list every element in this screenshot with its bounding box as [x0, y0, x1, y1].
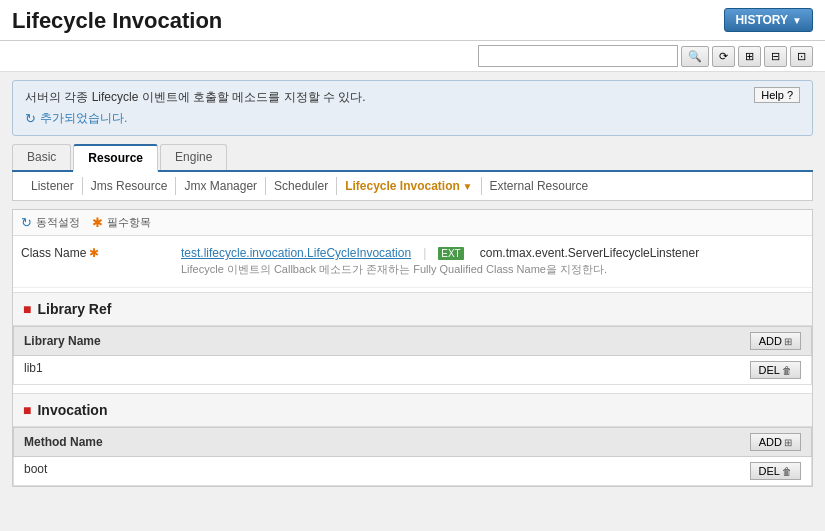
subnav-scheduler[interactable]: Scheduler [266, 177, 337, 195]
class-name-row-values: test.lifecycle.invocation.LifeCycleInvoc… [181, 246, 804, 260]
added-icon: ↻ [25, 111, 36, 126]
invocation-header-row: Method Name ADD ⊞ [14, 428, 812, 457]
library-name-value: lib1 [24, 361, 43, 375]
class-name-value-cell: test.lifecycle.invocation.LifeCycleInvoc… [173, 242, 812, 281]
method-name-cell: boot DEL 🗑 [14, 457, 812, 486]
library-ref-header-row: Library Name ADD ⊞ [14, 327, 812, 356]
search-input[interactable] [478, 45, 678, 67]
page-title: Lifecycle Invocation [12, 8, 222, 34]
class-name-divider: | [423, 246, 426, 260]
collapse-button[interactable]: ⊟ [764, 46, 787, 67]
history-arrow-icon: ▼ [792, 15, 802, 26]
subnav-jmx-manager[interactable]: Jmx Manager [176, 177, 266, 195]
method-name-value: boot [24, 462, 47, 476]
class-name-row: Class Name ✱ test.lifecycle.invocation.L… [13, 236, 812, 288]
invocation-table: Method Name ADD ⊞ boot DEL 🗑 [13, 427, 812, 486]
library-ref-section-header: ■ Library Ref [13, 292, 812, 326]
library-add-button[interactable]: ADD ⊞ [750, 332, 801, 350]
subnav-listener[interactable]: Listener [23, 177, 83, 195]
library-ref-table: Library Name ADD ⊞ lib1 DEL 🗑 [13, 326, 812, 385]
invocation-del-button[interactable]: DEL 🗑 [750, 462, 801, 480]
class-name-required-icon: ✱ [89, 246, 99, 260]
library-ref-title: Library Ref [37, 301, 111, 317]
tabs: Basic Resource Engine [12, 144, 813, 172]
dynamic-label: 동적설정 [36, 215, 80, 230]
info-added: ↻ 추가되었습니다. [25, 110, 800, 127]
expand-button[interactable]: ⊞ [738, 46, 761, 67]
tabs-container: Basic Resource Engine [12, 144, 813, 172]
history-label: HISTORY [735, 13, 788, 27]
dynamic-icon: ↻ [21, 215, 32, 230]
tab-resource[interactable]: Resource [73, 144, 158, 172]
class-name-label-cell: Class Name ✱ [13, 242, 173, 264]
sub-nav: Listener Jms Resource Jmx Manager Schedu… [12, 172, 813, 201]
library-name-cell: lib1 DEL 🗑 [14, 356, 812, 385]
class-name-hint: Lifecycle 이벤트의 Callback 메소드가 존재하는 Fully … [181, 262, 804, 277]
invocation-add-button[interactable]: ADD ⊞ [750, 433, 801, 451]
table-row: boot DEL 🗑 [14, 457, 812, 486]
interface-tag: EXT [438, 247, 463, 260]
invocation-icon: ■ [23, 402, 31, 418]
grid-button[interactable]: ⊡ [790, 46, 813, 67]
flags-row: ↻ 동적설정 ✱ 필수항목 [13, 210, 812, 236]
table-row: lib1 DEL 🗑 [14, 356, 812, 385]
subnav-lifecycle-invocation[interactable]: Lifecycle Invocation [337, 177, 481, 195]
required-flag: ✱ 필수항목 [92, 215, 151, 230]
library-del-icon: 🗑 [782, 365, 792, 376]
tab-engine[interactable]: Engine [160, 144, 227, 170]
library-name-header: Library Name ADD ⊞ [14, 327, 812, 356]
tab-basic[interactable]: Basic [12, 144, 71, 170]
added-text: 추가되었습니다. [40, 110, 127, 127]
history-button[interactable]: HISTORY ▼ [724, 8, 813, 32]
invocation-section-header: ■ Invocation [13, 393, 812, 427]
subnav-external-resource[interactable]: External Resource [482, 177, 597, 195]
main-content: ↻ 동적설정 ✱ 필수항목 Class Name ✱ test.lifecycl… [12, 209, 813, 487]
subnav-jms-resource[interactable]: Jms Resource [83, 177, 177, 195]
library-add-icon: ⊞ [784, 336, 792, 347]
method-name-header: Method Name ADD ⊞ [14, 428, 812, 457]
library-ref-icon: ■ [23, 301, 31, 317]
library-del-button[interactable]: DEL 🗑 [750, 361, 801, 379]
invocation-title: Invocation [37, 402, 107, 418]
dynamic-flag: ↻ 동적설정 [21, 215, 80, 230]
info-box: Help ? 서버의 각종 Lifecycle 이벤트에 호출할 메소드를 지정… [12, 80, 813, 136]
toolbar: 🔍 ⟳ ⊞ ⊟ ⊡ [0, 41, 825, 72]
top-bar: Lifecycle Invocation HISTORY ▼ [0, 0, 825, 41]
class-name-link[interactable]: test.lifecycle.invocation.LifeCycleInvoc… [181, 246, 411, 260]
refresh-button[interactable]: ⟳ [712, 46, 735, 67]
info-text: 서버의 각종 Lifecycle 이벤트에 호출할 메소드를 지정할 수 있다. [25, 89, 800, 106]
search-button[interactable]: 🔍 [681, 46, 709, 67]
interface-value: com.tmax.event.ServerLifecycleLinstener [480, 246, 699, 260]
invocation-del-icon: 🗑 [782, 466, 792, 477]
required-icon: ✱ [92, 215, 103, 230]
required-label: 필수항목 [107, 215, 151, 230]
class-name-label: Class Name [21, 246, 86, 260]
invocation-add-icon: ⊞ [784, 437, 792, 448]
help-button[interactable]: Help ? [754, 87, 800, 103]
